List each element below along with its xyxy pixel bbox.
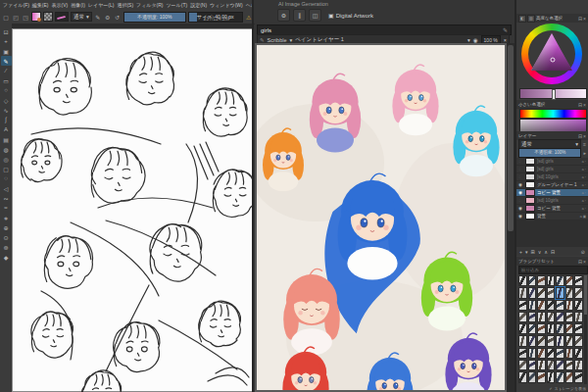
brush-preset-tile[interactable]	[528, 312, 537, 322]
layer-row[interactable]: ◉コピー 背景a ◦	[516, 205, 588, 213]
control-type-combo[interactable]: Scribble	[268, 37, 287, 43]
menu-item-6[interactable]: フィルタ(R)	[136, 2, 163, 8]
layer-alpha-icon[interactable]: a ◦	[582, 207, 586, 211]
menu-item-4[interactable]: レイヤー(L)	[88, 2, 114, 8]
pattern-swatch[interactable]	[43, 12, 53, 22]
tool-polygon[interactable]: ◇	[1, 95, 12, 105]
pause-icon[interactable]: ∥	[293, 9, 306, 22]
brush-preset-tile[interactable]	[537, 300, 546, 311]
brush-preset-tile[interactable]	[518, 275, 527, 286]
brush-preset-tile[interactable]	[565, 360, 574, 370]
saturation-value-box[interactable]	[519, 119, 587, 132]
tool-polyline[interactable]: ∿	[1, 105, 12, 115]
layer-visibility-icon[interactable]: ◌	[518, 167, 523, 172]
brush-preset-tile[interactable]	[537, 275, 546, 286]
save-icon[interactable]: ◳	[22, 13, 29, 21]
selector-shape-icon[interactable]: ◧	[518, 15, 526, 23]
layer-alpha-icon[interactable]: a ◦	[582, 183, 586, 187]
brush-preset-tile[interactable]	[574, 300, 583, 311]
float-icon[interactable]: ⊟	[578, 133, 582, 139]
tool-color-sampler[interactable]: ◎	[1, 154, 12, 164]
menu-item-3[interactable]: 画像(I)	[71, 2, 85, 8]
layers-toolbar-icon-4[interactable]: ∧	[544, 249, 548, 255]
layer-alpha-icon[interactable]: a ◦	[582, 175, 586, 179]
brush-preset-tile[interactable]	[518, 312, 527, 322]
brush-preset-tile[interactable]	[537, 335, 546, 346]
tool-freehand-brush[interactable]: ✎	[1, 56, 12, 66]
brush-preset-tile[interactable]	[565, 275, 574, 286]
float-icon[interactable]: ⊟	[578, 259, 582, 265]
tool-move[interactable]: +	[1, 36, 12, 46]
brush-preset-tile[interactable]	[547, 348, 556, 359]
brush-preset-tile[interactable]	[556, 275, 564, 286]
brush-preset-tile[interactable]	[556, 287, 564, 298]
brush-preset-tile[interactable]	[528, 371, 537, 382]
brush-preset-tile[interactable]	[574, 371, 583, 382]
tool-crop[interactable]: ▣	[1, 46, 12, 56]
float-icon[interactable]: ⊟	[578, 102, 582, 108]
layers-toolbar-icon-2[interactable]: ⊞	[530, 249, 534, 255]
menu-item-9[interactable]: ウィンドウ(W)	[210, 2, 243, 8]
layer-visibility-icon[interactable]: ◉	[518, 182, 523, 187]
visibility-icon[interactable]: ◉	[473, 37, 478, 43]
layer-lock-icon[interactable]: a ▣	[580, 215, 586, 219]
brush-preset-tile[interactable]	[547, 300, 556, 311]
tool-magnetic-select[interactable]: ≈	[1, 203, 12, 213]
blend-mode-combo[interactable]: 通常▾	[71, 12, 92, 22]
sketch-canvas[interactable]	[12, 28, 253, 392]
dock-icon[interactable]: ◫	[309, 9, 321, 22]
hsv-triangle[interactable]	[528, 30, 575, 77]
brush-preset-tile[interactable]	[556, 312, 564, 322]
layer-visibility-icon[interactable]: ◉	[518, 214, 523, 219]
layer-alpha-icon[interactable]: a ◦	[582, 168, 586, 172]
brush-preset-tile[interactable]	[565, 323, 574, 334]
brush-search-input[interactable]	[518, 266, 588, 274]
brush-preset-tile[interactable]	[518, 323, 527, 334]
layer-row[interactable]: ◌[sd] 10girlsa ◦	[516, 173, 588, 181]
menu-item-2[interactable]: 表示(V)	[52, 2, 69, 8]
layer-visibility-icon[interactable]: ◌	[518, 174, 523, 179]
tool-text[interactable]: A	[1, 124, 12, 134]
brush-preset-tile[interactable]	[547, 275, 556, 286]
brush-preset-tile[interactable]	[537, 287, 546, 298]
tool-rectangle[interactable]: ▭	[1, 75, 12, 85]
tool-bezier[interactable]: ∫	[1, 115, 12, 124]
result-canvas[interactable]	[257, 45, 505, 390]
tool-measure[interactable]: ⊕	[1, 222, 12, 232]
hue-bar[interactable]	[519, 109, 587, 119]
brush-preset-tile[interactable]	[565, 312, 574, 322]
layer-row[interactable]: ◉コピー 背景a ◦	[516, 189, 588, 197]
close-icon[interactable]: ×	[504, 37, 507, 43]
delete-layer-icon[interactable]: ⊘	[581, 249, 585, 255]
brush-preset-tile[interactable]	[547, 312, 556, 322]
brush-preset-tile[interactable]	[574, 312, 583, 322]
tool-freehand-select[interactable]: ∾	[1, 193, 12, 203]
brush-preset-tile[interactable]	[556, 300, 564, 311]
brush-preset-tile[interactable]	[528, 300, 537, 311]
brush-preset-tile[interactable]	[556, 360, 564, 370]
layer-visibility-icon[interactable]: ◌	[518, 159, 523, 164]
selector-settings-icon[interactable]: ▥	[527, 15, 535, 23]
edit-brush-icon[interactable]: ✎	[94, 13, 102, 21]
layer-alpha-icon[interactable]: a ◦	[582, 191, 586, 195]
tool-similar-select[interactable]: ∗	[1, 213, 12, 222]
brush-preset-tile[interactable]	[556, 335, 564, 346]
tool-transform[interactable]: ⊡	[1, 26, 12, 36]
brush-preset-tile[interactable]	[518, 287, 527, 298]
canvas-vertical-scrollbar[interactable]	[507, 43, 514, 392]
brush-preset-tile[interactable]	[556, 371, 564, 382]
layer-row[interactable]: ◌[sd] 10girlsa ◦	[516, 197, 588, 205]
tool-polygon-select[interactable]: ◁	[1, 183, 12, 193]
brush-preset-tile[interactable]	[547, 323, 556, 334]
brush-preset-tile[interactable]	[547, 335, 556, 346]
new-doc-icon[interactable]: ▢	[2, 13, 10, 21]
brush-preset-tile[interactable]	[565, 300, 574, 311]
brush-preset-tile[interactable]	[537, 371, 546, 382]
close-icon[interactable]: ×	[583, 133, 586, 139]
prompt-edit-icon[interactable]: ✎	[503, 26, 508, 33]
menu-item-1[interactable]: 編集(E)	[32, 2, 49, 8]
color-wheel[interactable]	[521, 24, 582, 84]
brush-preset-tile[interactable]	[537, 360, 546, 370]
layers-toolbar-icon-1[interactable]: ▾	[525, 249, 528, 255]
layers-toolbar-icon-3[interactable]: ∨	[538, 249, 542, 255]
